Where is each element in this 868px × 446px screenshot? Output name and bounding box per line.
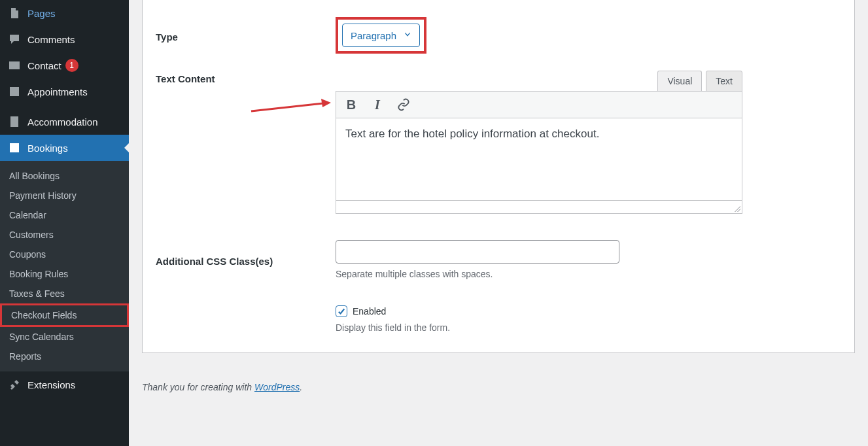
sidebar-item-bookings[interactable]: Bookings — [0, 135, 129, 161]
sidebar-item-appointments[interactable]: Appointments — [0, 78, 129, 105]
type-select[interactable]: Paragraph — [342, 24, 420, 47]
submenu-taxes-fees[interactable]: Taxes & Fees — [0, 284, 129, 303]
enabled-checkbox[interactable] — [336, 305, 347, 317]
submenu-booking-rules[interactable]: Booking Rules — [0, 264, 129, 284]
sidebar-item-label: Bookings — [27, 143, 68, 154]
sidebar-item-contact[interactable]: Contact 1 — [0, 52, 129, 78]
sidebar-item-comments[interactable]: Comments — [0, 26, 129, 52]
sidebar-item-extensions[interactable]: Extensions — [0, 371, 129, 398]
calendar-icon — [8, 141, 21, 154]
sidebar-item-label: Accommodation — [27, 116, 98, 128]
sidebar-item-label: Contact — [27, 60, 61, 71]
sidebar-item-label: Extensions — [27, 379, 75, 390]
mail-icon — [8, 59, 21, 72]
notification-badge: 1 — [65, 59, 78, 72]
submenu-customers[interactable]: Customers — [0, 225, 129, 245]
submenu-checkout-fields[interactable]: Checkout Fields — [0, 303, 129, 327]
wordpress-link[interactable]: WordPress — [254, 382, 300, 392]
submenu-coupons[interactable]: Coupons — [0, 245, 129, 264]
enabled-label: Enabled — [353, 306, 386, 317]
submenu-reports[interactable]: Reports — [0, 347, 129, 366]
sidebar-item-label: Comments — [27, 34, 75, 45]
row-css-classes: Additional CSS Class(es) Separate multip… — [156, 214, 841, 279]
settings-panel: Type Paragraph Text Content Visual — [142, 0, 855, 353]
css-classes-description: Separate multiple classes with spaces. — [336, 269, 841, 279]
bookings-submenu: All Bookings Payment History Calendar Cu… — [0, 161, 129, 371]
wysiwyg-editor: Visual Text B I Text are — [336, 71, 742, 214]
bold-button[interactable]: B — [343, 96, 360, 113]
sidebar-item-pages[interactable]: Pages — [0, 0, 129, 26]
css-classes-label: Additional CSS Class(es) — [156, 253, 336, 267]
row-text-content: Text Content Visual Text B I — [156, 54, 841, 214]
enabled-description: Display this field in the form. — [336, 322, 841, 333]
italic-button[interactable]: I — [369, 96, 386, 113]
svg-marker-1 — [321, 99, 331, 107]
pages-icon — [8, 7, 21, 20]
sidebar-item-label: Appointments — [27, 86, 88, 97]
building-icon — [8, 115, 21, 128]
main-content: Type Paragraph Text Content Visual — [129, 0, 868, 446]
editor-textarea[interactable]: Text are for the hotel policy informatio… — [336, 118, 742, 201]
editor-toolbar: B I — [336, 91, 742, 118]
annotation-arrow-icon — [245, 97, 336, 116]
calendar-icon — [8, 85, 21, 98]
submenu-all-bookings[interactable]: All Bookings — [0, 166, 129, 186]
footer-prefix: Thank you for creating with — [142, 382, 254, 392]
editor-statusbar[interactable] — [336, 201, 742, 214]
text-content-label: Text Content — [156, 71, 336, 84]
enabled-checkbox-row[interactable]: Enabled — [336, 305, 841, 317]
comments-icon — [8, 33, 21, 46]
tab-text[interactable]: Text — [706, 71, 742, 92]
sidebar-item-accommodation[interactable]: Accommodation — [0, 109, 129, 135]
submenu-payment-history[interactable]: Payment History — [0, 186, 129, 205]
footer-suffix: . — [300, 382, 302, 392]
footer-credit: Thank you for creating with WordPress. — [142, 382, 855, 392]
editor-tabs: Visual Text — [336, 71, 742, 92]
tab-visual[interactable]: Visual — [657, 71, 702, 92]
submenu-calendar[interactable]: Calendar — [0, 205, 129, 225]
plug-icon — [8, 378, 21, 391]
svg-line-0 — [251, 103, 323, 111]
admin-sidebar: Pages Comments Contact 1 Appointments Ac… — [0, 0, 129, 446]
type-select-highlight: Paragraph — [336, 17, 426, 54]
link-button[interactable] — [395, 96, 412, 113]
css-classes-input[interactable] — [336, 240, 619, 264]
enabled-spacer — [156, 305, 336, 308]
type-label: Type — [156, 29, 336, 43]
row-enabled: Enabled Display this field in the form. — [156, 279, 841, 333]
sidebar-item-label: Pages — [27, 8, 56, 19]
row-type: Type Paragraph — [156, 0, 841, 54]
submenu-sync-calendars[interactable]: Sync Calendars — [0, 327, 129, 347]
